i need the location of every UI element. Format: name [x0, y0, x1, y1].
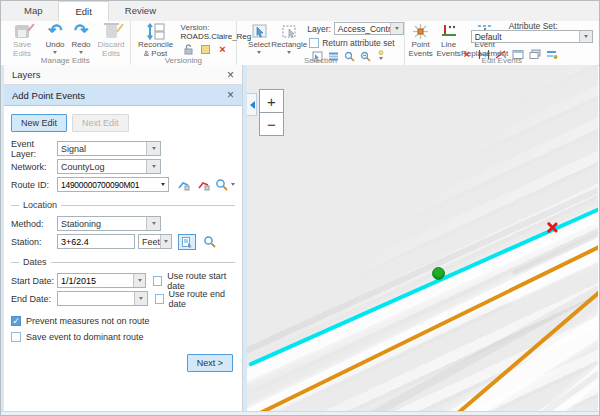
- undo-button[interactable]: ↶ Undo: [43, 22, 67, 56]
- point-events-button[interactable]: Point Events: [407, 22, 435, 59]
- network-combobox[interactable]: CountyLog: [57, 159, 161, 174]
- ribbon: Save Edits ↶ Undo ↷ Redo Discard Edits M…: [1, 21, 599, 66]
- start-date-picker[interactable]: [57, 273, 146, 288]
- unlock-icon[interactable]: [183, 43, 195, 55]
- end-date-picker[interactable]: [57, 291, 148, 306]
- prevent-measures-label: Prevent measures not on route: [26, 316, 150, 326]
- save-icon: [15, 22, 29, 40]
- redo-button[interactable]: ↷ Redo: [69, 22, 93, 56]
- next-button[interactable]: Next >: [187, 354, 233, 372]
- group-edit-events: Point Events Line Events Event Replaceme…: [405, 21, 599, 65]
- new-version-icon[interactable]: [200, 43, 212, 55]
- map-view[interactable]: + −: [247, 65, 598, 412]
- tab-map[interactable]: Map: [8, 1, 58, 21]
- station-field[interactable]: [57, 234, 135, 249]
- event-layer-dropdown-button[interactable]: [146, 142, 160, 155]
- map-zoom-control: + −: [259, 89, 284, 136]
- trash-icon: [106, 22, 117, 40]
- prevent-measures-checkbox[interactable]: ✓: [11, 316, 21, 326]
- group-versioning: Reconcile & Post Version: ROADS.Claire_R…: [131, 21, 238, 65]
- layers-pane-title: Layers: [12, 69, 41, 80]
- route-id-label: Route ID:: [11, 180, 57, 190]
- dates-section-label: Dates: [23, 257, 47, 267]
- target-location-marker: [545, 221, 558, 234]
- discard-edits-button[interactable]: Discard Edits: [93, 22, 129, 59]
- collapse-pane-tab[interactable]: [247, 93, 257, 116]
- select-route-icon[interactable]: [174, 177, 192, 193]
- rectangle-select-icon: [281, 22, 298, 40]
- attribute-set-combobox[interactable]: Default: [471, 30, 593, 43]
- layer-dropdown-button[interactable]: [390, 23, 403, 34]
- line-events-button[interactable]: Line Events: [436, 22, 462, 59]
- select-button[interactable]: Select: [245, 22, 273, 56]
- return-attribute-set-label: Return attribute set: [322, 38, 394, 48]
- zoom-to-station-icon[interactable]: [200, 234, 218, 250]
- method-combobox[interactable]: Stationing: [57, 216, 161, 231]
- event-point-marker: [432, 267, 445, 280]
- save-edits-button[interactable]: Save Edits: [4, 22, 40, 59]
- network-label: Network:: [11, 162, 57, 172]
- route-id-input[interactable]: [58, 178, 158, 191]
- station-label: Station:: [11, 237, 57, 247]
- station-units-combobox[interactable]: Feet: [138, 234, 172, 249]
- group-label-selection: Selection: [237, 56, 403, 65]
- end-date-dropdown-button[interactable]: [134, 292, 146, 305]
- window-bottom-edge: [1, 411, 599, 415]
- zoom-in-button[interactable]: +: [260, 90, 283, 113]
- layer-combobox[interactable]: Access_Control: [334, 22, 404, 35]
- attribute-set-dropdown-button[interactable]: [579, 31, 592, 42]
- ribbon-tab-bar: Map Edit Review: [1, 1, 599, 22]
- line-events-icon: [440, 22, 458, 40]
- end-date-input[interactable]: [58, 292, 134, 305]
- delete-version-icon[interactable]: ×: [217, 43, 229, 55]
- zoom-out-button[interactable]: −: [260, 113, 283, 135]
- use-route-end-date-checkbox[interactable]: [155, 294, 164, 304]
- group-label-versioning: Versioning: [131, 56, 237, 65]
- zoom-to-route-icon[interactable]: [214, 177, 228, 193]
- group-selection: Select Rectangle Layer: Access_Control: [237, 21, 404, 65]
- event-layer-label: Event Layer:: [11, 139, 57, 159]
- pane-close-icon[interactable]: ×: [227, 89, 234, 101]
- pick-station-from-map-button[interactable]: [178, 234, 196, 250]
- select-route-on-map-icon[interactable]: [194, 177, 212, 193]
- event-layer-combobox[interactable]: Signal: [57, 141, 161, 156]
- start-date-input[interactable]: [58, 274, 133, 287]
- group-label-edit-events: Edit Events: [405, 56, 599, 65]
- use-route-start-date-label: Use route start date: [167, 271, 235, 291]
- route-id-combobox[interactable]: [57, 177, 169, 192]
- end-date-label: End Date:: [11, 294, 57, 304]
- select-cursor-icon: [251, 22, 268, 40]
- use-route-start-date-checkbox[interactable]: [153, 276, 162, 286]
- version-caption: Version:: [181, 23, 210, 32]
- group-manage-edits: Save Edits ↶ Undo ↷ Redo Discard Edits M…: [1, 21, 131, 65]
- group-label-manage-edits: Manage Edits: [1, 56, 130, 65]
- layers-close-icon[interactable]: ×: [227, 69, 234, 81]
- zoom-options-caret[interactable]: [231, 183, 235, 188]
- method-dropdown-button[interactable]: [146, 217, 160, 230]
- layer-label: Layer:: [307, 24, 331, 34]
- tab-edit[interactable]: Edit: [58, 1, 108, 21]
- app-window: Map Edit Review Save Edits ↶ Undo ↷ Redo: [0, 0, 600, 416]
- network-dropdown-button[interactable]: [146, 160, 160, 173]
- new-edit-button[interactable]: New Edit: [11, 114, 67, 132]
- dates-section-header: Dates: [11, 257, 235, 267]
- pane-title-bar[interactable]: Add Point Events ×: [4, 85, 242, 106]
- return-attribute-set-checkbox[interactable]: [309, 38, 319, 48]
- save-dominant-route-checkbox[interactable]: [11, 332, 21, 342]
- start-date-dropdown-button[interactable]: [133, 274, 145, 287]
- point-events-icon: [412, 22, 429, 40]
- next-edit-button[interactable]: Next Edit: [72, 114, 129, 132]
- location-section-header: Location: [11, 200, 235, 210]
- station-input[interactable]: [58, 235, 134, 248]
- route-id-dropdown-button[interactable]: [158, 178, 168, 191]
- reconcile-post-button[interactable]: Reconcile & Post: [135, 22, 177, 59]
- units-dropdown-button[interactable]: [160, 235, 171, 248]
- tab-review[interactable]: Review: [109, 1, 172, 21]
- method-label: Method:: [11, 219, 57, 229]
- use-route-end-date-label: Use route end date: [169, 289, 235, 309]
- start-date-label: Start Date:: [11, 276, 57, 286]
- collapse-arrow-icon: [247, 101, 255, 109]
- redo-icon: ↷: [74, 22, 88, 40]
- rectangle-select-button[interactable]: Rectangle: [274, 22, 304, 56]
- layers-pane-header[interactable]: Layers ×: [4, 65, 242, 85]
